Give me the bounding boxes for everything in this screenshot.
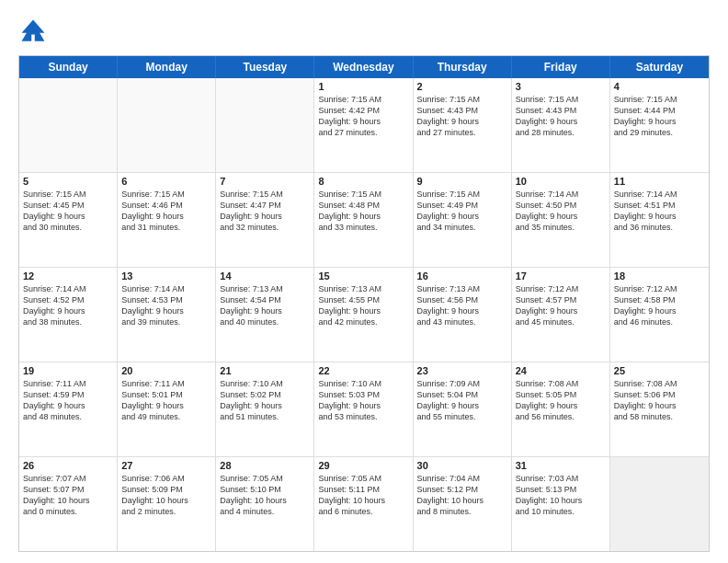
cell-info: Sunrise: 7:15 AM Sunset: 4:47 PM Dayligh…	[220, 189, 310, 234]
day-number: 14	[220, 270, 310, 282]
day-number: 2	[417, 81, 507, 92]
weekday-header-monday: Monday	[118, 56, 216, 78]
calendar-cell-r3c5: 24Sunrise: 7:08 AM Sunset: 5:05 PM Dayli…	[512, 362, 610, 456]
cell-info: Sunrise: 7:13 AM Sunset: 4:55 PM Dayligh…	[318, 283, 408, 328]
calendar-cell-r4c3: 29Sunrise: 7:05 AM Sunset: 5:11 PM Dayli…	[314, 457, 413, 551]
weekday-header-sunday: Sunday	[19, 56, 118, 78]
calendar-cell-r2c0: 12Sunrise: 7:14 AM Sunset: 4:52 PM Dayli…	[19, 268, 118, 362]
day-number: 29	[318, 460, 408, 471]
page-header	[18, 17, 710, 46]
day-number: 22	[318, 365, 408, 376]
day-number: 31	[516, 460, 606, 471]
cell-info: Sunrise: 7:15 AM Sunset: 4:43 PM Dayligh…	[516, 94, 606, 139]
calendar-cell-r4c1: 27Sunrise: 7:06 AM Sunset: 5:09 PM Dayli…	[118, 457, 216, 551]
calendar-cell-r3c6: 25Sunrise: 7:08 AM Sunset: 5:06 PM Dayli…	[610, 362, 709, 456]
logo	[18, 17, 51, 46]
cell-info: Sunrise: 7:13 AM Sunset: 4:54 PM Dayligh…	[220, 283, 310, 328]
cell-info: Sunrise: 7:15 AM Sunset: 4:42 PM Dayligh…	[318, 94, 408, 139]
weekday-header-wednesday: Wednesday	[314, 56, 413, 78]
cell-info: Sunrise: 7:05 AM Sunset: 5:10 PM Dayligh…	[220, 473, 310, 518]
day-number: 1	[318, 81, 408, 92]
calendar-cell-r0c0	[19, 78, 118, 172]
day-number: 23	[417, 365, 507, 376]
day-number: 10	[516, 176, 606, 187]
calendar-cell-r1c1: 6Sunrise: 7:15 AM Sunset: 4:46 PM Daylig…	[118, 173, 216, 267]
cell-info: Sunrise: 7:07 AM Sunset: 5:07 PM Dayligh…	[23, 473, 113, 518]
calendar-cell-r4c4: 30Sunrise: 7:04 AM Sunset: 5:12 PM Dayli…	[414, 457, 512, 551]
calendar-cell-r3c0: 19Sunrise: 7:11 AM Sunset: 4:59 PM Dayli…	[19, 362, 118, 456]
cell-info: Sunrise: 7:05 AM Sunset: 5:11 PM Dayligh…	[318, 473, 408, 518]
cell-info: Sunrise: 7:03 AM Sunset: 5:13 PM Dayligh…	[516, 473, 606, 518]
cell-info: Sunrise: 7:12 AM Sunset: 4:58 PM Dayligh…	[614, 283, 705, 328]
calendar-cell-r4c0: 26Sunrise: 7:07 AM Sunset: 5:07 PM Dayli…	[19, 457, 118, 551]
cell-info: Sunrise: 7:15 AM Sunset: 4:46 PM Dayligh…	[121, 189, 211, 234]
day-number: 11	[614, 176, 705, 187]
day-number: 25	[614, 365, 705, 376]
calendar-cell-r1c6: 11Sunrise: 7:14 AM Sunset: 4:51 PM Dayli…	[610, 173, 709, 267]
calendar-cell-r0c3: 1Sunrise: 7:15 AM Sunset: 4:42 PM Daylig…	[314, 78, 413, 172]
cell-info: Sunrise: 7:06 AM Sunset: 5:09 PM Dayligh…	[121, 473, 211, 518]
logo-icon	[18, 17, 48, 46]
day-number: 13	[121, 270, 211, 282]
calendar-row-3: 19Sunrise: 7:11 AM Sunset: 4:59 PM Dayli…	[19, 362, 709, 456]
day-number: 28	[220, 460, 310, 471]
cell-info: Sunrise: 7:11 AM Sunset: 4:59 PM Dayligh…	[23, 378, 113, 423]
cell-info: Sunrise: 7:12 AM Sunset: 4:57 PM Dayligh…	[516, 283, 606, 328]
day-number: 26	[23, 460, 113, 471]
cell-info: Sunrise: 7:10 AM Sunset: 5:03 PM Dayligh…	[318, 378, 408, 423]
calendar-cell-r3c1: 20Sunrise: 7:11 AM Sunset: 5:01 PM Dayli…	[118, 362, 216, 456]
day-number: 6	[121, 176, 211, 187]
svg-marker-0	[22, 20, 45, 41]
cell-info: Sunrise: 7:15 AM Sunset: 4:49 PM Dayligh…	[417, 189, 507, 234]
day-number: 3	[516, 81, 606, 92]
day-number: 7	[220, 176, 310, 187]
cell-info: Sunrise: 7:11 AM Sunset: 5:01 PM Dayligh…	[121, 378, 211, 423]
calendar-cell-r3c4: 23Sunrise: 7:09 AM Sunset: 5:04 PM Dayli…	[414, 362, 512, 456]
calendar-cell-r3c3: 22Sunrise: 7:10 AM Sunset: 5:03 PM Dayli…	[314, 362, 413, 456]
calendar-cell-r0c5: 3Sunrise: 7:15 AM Sunset: 4:43 PM Daylig…	[512, 78, 610, 172]
weekday-header-tuesday: Tuesday	[216, 56, 314, 78]
day-number: 15	[318, 270, 408, 282]
cell-info: Sunrise: 7:15 AM Sunset: 4:48 PM Dayligh…	[318, 189, 408, 234]
calendar-cell-r2c6: 18Sunrise: 7:12 AM Sunset: 4:58 PM Dayli…	[610, 268, 709, 362]
cell-info: Sunrise: 7:04 AM Sunset: 5:12 PM Dayligh…	[417, 473, 507, 518]
day-number: 27	[121, 460, 211, 471]
calendar-row-4: 26Sunrise: 7:07 AM Sunset: 5:07 PM Dayli…	[19, 456, 709, 551]
cell-info: Sunrise: 7:13 AM Sunset: 4:56 PM Dayligh…	[417, 283, 507, 328]
calendar-cell-r3c2: 21Sunrise: 7:10 AM Sunset: 5:02 PM Dayli…	[216, 362, 314, 456]
cell-info: Sunrise: 7:15 AM Sunset: 4:43 PM Dayligh…	[417, 94, 507, 139]
weekday-header-thursday: Thursday	[414, 56, 512, 78]
calendar-cell-r4c6	[610, 457, 709, 551]
day-number: 16	[417, 270, 507, 282]
calendar-row-1: 5Sunrise: 7:15 AM Sunset: 4:45 PM Daylig…	[19, 172, 709, 267]
day-number: 30	[417, 460, 507, 471]
day-number: 5	[23, 176, 113, 187]
day-number: 4	[614, 81, 705, 92]
calendar-cell-r4c5: 31Sunrise: 7:03 AM Sunset: 5:13 PM Dayli…	[512, 457, 610, 551]
calendar-cell-r0c2	[216, 78, 314, 172]
calendar-cell-r1c0: 5Sunrise: 7:15 AM Sunset: 4:45 PM Daylig…	[19, 173, 118, 267]
calendar-header: SundayMondayTuesdayWednesdayThursdayFrid…	[19, 56, 709, 78]
weekday-header-friday: Friday	[512, 56, 610, 78]
cell-info: Sunrise: 7:08 AM Sunset: 5:05 PM Dayligh…	[516, 378, 606, 423]
day-number: 24	[516, 365, 606, 376]
calendar-cell-r0c4: 2Sunrise: 7:15 AM Sunset: 4:43 PM Daylig…	[414, 78, 512, 172]
day-number: 17	[516, 270, 606, 282]
calendar-cell-r2c2: 14Sunrise: 7:13 AM Sunset: 4:54 PM Dayli…	[216, 268, 314, 362]
calendar-cell-r2c4: 16Sunrise: 7:13 AM Sunset: 4:56 PM Dayli…	[414, 268, 512, 362]
calendar-cell-r2c3: 15Sunrise: 7:13 AM Sunset: 4:55 PM Dayli…	[314, 268, 413, 362]
cell-info: Sunrise: 7:08 AM Sunset: 5:06 PM Dayligh…	[614, 378, 705, 423]
calendar-cell-r2c1: 13Sunrise: 7:14 AM Sunset: 4:53 PM Dayli…	[118, 268, 216, 362]
calendar-cell-r1c3: 8Sunrise: 7:15 AM Sunset: 4:48 PM Daylig…	[314, 173, 413, 267]
day-number: 12	[23, 270, 113, 282]
cell-info: Sunrise: 7:15 AM Sunset: 4:45 PM Dayligh…	[23, 189, 113, 234]
weekday-header-saturday: Saturday	[610, 56, 709, 78]
day-number: 9	[417, 176, 507, 187]
day-number: 18	[614, 270, 705, 282]
cell-info: Sunrise: 7:14 AM Sunset: 4:52 PM Dayligh…	[23, 283, 113, 328]
calendar-cell-r2c5: 17Sunrise: 7:12 AM Sunset: 4:57 PM Dayli…	[512, 268, 610, 362]
cell-info: Sunrise: 7:09 AM Sunset: 5:04 PM Dayligh…	[417, 378, 507, 423]
calendar: SundayMondayTuesdayWednesdayThursdayFrid…	[18, 55, 710, 552]
cell-info: Sunrise: 7:14 AM Sunset: 4:50 PM Dayligh…	[516, 189, 606, 234]
calendar-cell-r1c5: 10Sunrise: 7:14 AM Sunset: 4:50 PM Dayli…	[512, 173, 610, 267]
